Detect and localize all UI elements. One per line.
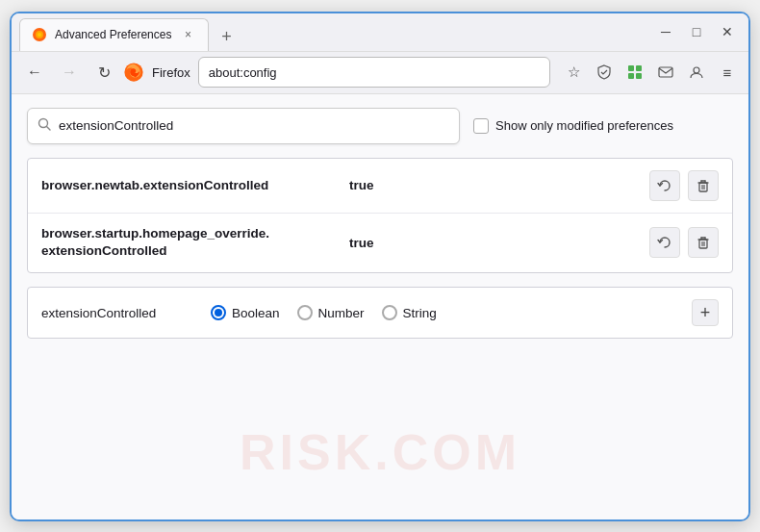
- forward-button[interactable]: →: [54, 57, 85, 88]
- number-radio-circle[interactable]: [297, 305, 313, 320]
- watermark: RISK.COM: [240, 423, 520, 481]
- boolean-radio[interactable]: Boolean: [211, 305, 280, 320]
- menu-icon[interactable]: ≡: [714, 59, 741, 86]
- number-radio-label: Number: [318, 306, 365, 320]
- active-tab[interactable]: Advanced Preferences ×: [19, 18, 209, 51]
- svg-rect-4: [628, 65, 634, 71]
- reset-button-1[interactable]: [649, 170, 680, 201]
- browser-window: Advanced Preferences × + ─ □ ✕ ← → ↻ Fir…: [10, 12, 750, 521]
- add-pref-button[interactable]: +: [692, 299, 719, 326]
- window-controls: ─ □ ✕: [652, 18, 741, 45]
- title-bar: Advanced Preferences × + ─ □ ✕: [12, 13, 748, 52]
- pref-value-1: true: [349, 178, 649, 192]
- search-icon: [38, 117, 51, 134]
- svg-line-11: [47, 127, 51, 131]
- search-row: Show only modified preferences: [27, 108, 733, 144]
- mail-icon[interactable]: [652, 59, 679, 86]
- delete-button-2[interactable]: [688, 227, 719, 258]
- show-modified-checkbox[interactable]: [473, 118, 489, 134]
- delete-button-1[interactable]: [688, 170, 719, 201]
- firefox-logo-icon: [123, 62, 144, 83]
- number-radio[interactable]: Number: [297, 305, 365, 320]
- toolbar-icons: ☆: [560, 59, 741, 86]
- svg-rect-12: [699, 183, 707, 191]
- row-1-actions: [649, 170, 719, 201]
- string-radio-label: String: [403, 306, 437, 320]
- svg-rect-8: [659, 67, 672, 77]
- svg-point-9: [694, 67, 699, 73]
- bookmark-icon[interactable]: ☆: [560, 59, 587, 86]
- boolean-radio-label: Boolean: [232, 306, 280, 320]
- minimize-button[interactable]: ─: [652, 18, 679, 45]
- shield-icon[interactable]: [591, 59, 618, 86]
- show-modified-row[interactable]: Show only modified preferences: [473, 118, 673, 134]
- content-area: RISK.COM Show only modified preferences: [12, 94, 748, 519]
- row-2-actions: [649, 227, 719, 258]
- svg-point-2: [38, 33, 41, 37]
- tab-favicon-icon: [32, 27, 47, 42]
- extension-icon[interactable]: [621, 59, 648, 86]
- address-bar[interactable]: about:config: [198, 57, 550, 88]
- string-radio[interactable]: String: [382, 305, 437, 320]
- account-icon[interactable]: [683, 59, 710, 86]
- tab-close-button[interactable]: ×: [179, 26, 196, 43]
- show-modified-label: Show only modified preferences: [495, 118, 673, 133]
- reset-button-2[interactable]: [649, 227, 680, 258]
- url-text: about:config: [209, 65, 540, 80]
- svg-rect-7: [636, 73, 642, 79]
- svg-rect-6: [628, 73, 634, 79]
- search-box[interactable]: [27, 108, 460, 144]
- browser-name-label: Firefox: [152, 65, 190, 80]
- close-button[interactable]: ✕: [714, 18, 741, 45]
- add-pref-name: extensionControlled: [41, 306, 195, 320]
- string-radio-circle[interactable]: [382, 305, 397, 320]
- new-tab-button[interactable]: +: [213, 24, 240, 51]
- maximize-button[interactable]: □: [683, 18, 710, 45]
- table-row[interactable]: browser.startup.homepage_override. exten…: [28, 214, 732, 273]
- pref-name-1: browser.newtab.extensionControlled: [41, 178, 349, 192]
- pref-name-2: browser.startup.homepage_override. exten…: [41, 225, 349, 262]
- navigation-bar: ← → ↻ Firefox about:config ☆: [12, 52, 748, 94]
- pref-value-2: true: [349, 236, 649, 250]
- results-table: browser.newtab.extensionControlled true: [27, 158, 733, 274]
- tab-title: Advanced Preferences: [55, 28, 171, 41]
- search-input[interactable]: [59, 118, 449, 133]
- table-row[interactable]: browser.newtab.extensionControlled true: [28, 159, 732, 214]
- back-button[interactable]: ←: [19, 57, 50, 88]
- tab-area: Advanced Preferences × +: [19, 13, 652, 51]
- type-radio-group: Boolean Number String: [211, 305, 676, 320]
- boolean-radio-circle[interactable]: [211, 305, 226, 320]
- add-preference-row: extensionControlled Boolean Number Strin…: [27, 287, 733, 339]
- refresh-button[interactable]: ↻: [89, 57, 119, 88]
- svg-rect-19: [699, 240, 707, 248]
- svg-rect-5: [636, 65, 642, 71]
